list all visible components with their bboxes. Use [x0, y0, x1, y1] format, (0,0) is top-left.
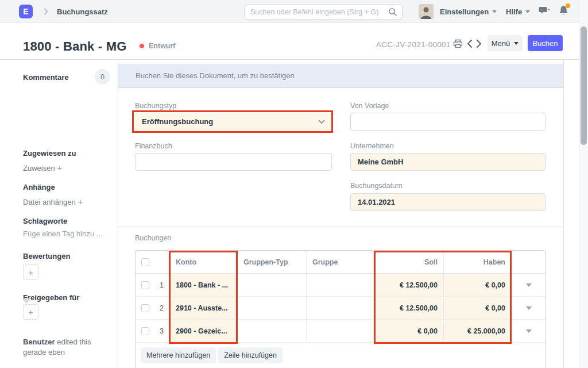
chevron-down-icon	[514, 42, 519, 45]
form-sidebar: Kommentare 0 Zugewiesen zu Zuweisen + An…	[0, 60, 118, 368]
cell-haben[interactable]: € 0,00	[444, 297, 512, 320]
finanzbuch-label: Finanzbuch	[135, 142, 172, 150]
cell-gruppen-typ[interactable]	[238, 274, 307, 297]
scrollbar-thumb[interactable]	[581, 26, 587, 145]
add-row-button[interactable]: Zeile hinzufügen	[218, 347, 283, 363]
row-index: 1	[160, 281, 164, 289]
cell-soll[interactable]: € 12.500,00	[375, 274, 444, 297]
row-expand-caret-icon[interactable]	[526, 283, 532, 287]
status-indicator: Entwurf	[140, 42, 176, 50]
cell-gruppen-typ[interactable]	[238, 320, 307, 343]
next-doc-icon[interactable]	[475, 39, 482, 48]
row-checkbox[interactable]	[141, 327, 149, 335]
user-avatar[interactable]	[419, 4, 434, 19]
unternehmen-field[interactable]: Meine GmbH	[350, 153, 546, 171]
cell-gruppe[interactable]	[307, 297, 375, 320]
buchungsdatum-value: 14.01.2021	[358, 198, 395, 206]
submit-button[interactable]: Buchen	[528, 35, 563, 51]
prev-doc-icon[interactable]	[466, 39, 473, 48]
breadcrumb[interactable]: Buchungssatz	[57, 7, 108, 16]
row-expand-caret-icon[interactable]	[526, 306, 532, 310]
comments-section: Kommentare 0	[23, 73, 68, 82]
row-checkbox[interactable]	[141, 281, 149, 289]
table-row: 3 2900 - Gezeic... € 0,00 € 25.000,00	[136, 320, 545, 343]
add-multiple-button[interactable]: Mehrere hinzufügen	[141, 347, 216, 363]
tags-heading: Schlagworte	[23, 217, 67, 225]
page-header: 1800 - Bank - MG Entwurf ACC-JV-2021-000…	[0, 23, 579, 60]
cell-soll[interactable]: € 0,00	[375, 320, 444, 343]
row-checkbox[interactable]	[141, 304, 149, 312]
unternehmen-label: Unternehmen	[350, 142, 394, 150]
accounts-grid: Konto Gruppen-Typ Gruppe Soll Haben 1 18…	[135, 250, 546, 368]
shared-with-heading: Freigegeben für	[23, 293, 79, 302]
form-body: Buchen Sie dieses Dokument, um zu bestät…	[118, 60, 564, 368]
section-divider	[118, 227, 564, 227]
grid-footer: Mehrere hinzufügen Zeile hinzufügen	[136, 343, 545, 368]
attach-file-button[interactable]: Datei anhängen +	[23, 197, 83, 206]
cell-gruppe[interactable]	[307, 274, 375, 297]
cell-soll[interactable]: € 12.500,00	[375, 297, 444, 320]
finanzbuch-input[interactable]	[135, 153, 332, 171]
buchungstyp-value: Eröffnungsbuchung	[142, 117, 213, 126]
help-label: Hilfe	[506, 7, 522, 16]
grid-header-row: Konto Gruppen-Typ Gruppe Soll Haben	[136, 251, 545, 274]
row-expand-caret-icon[interactable]	[526, 329, 532, 333]
app-logo[interactable]: E	[19, 5, 33, 18]
col-header-haben[interactable]: Haben	[444, 251, 512, 274]
comments-label[interactable]: Kommentare	[23, 73, 68, 82]
row-index: 3	[160, 327, 164, 335]
select-all-checkbox[interactable]	[141, 258, 149, 266]
cell-gruppen-typ[interactable]	[238, 297, 307, 320]
print-icon[interactable]	[453, 39, 463, 48]
cell-haben[interactable]: € 0,00	[444, 274, 512, 297]
table-row: 2 2910 - Ausste... € 12.500,00 € 0,00	[136, 297, 545, 320]
navbar: E Buchungssatz Einstellungen Hilfe	[0, 0, 588, 23]
assign-label: Zuweisen	[23, 164, 55, 172]
attach-file-label: Datei anhängen	[23, 198, 76, 206]
buchungstyp-label: Buchungstyp	[135, 102, 176, 110]
activity-action: edited this	[57, 338, 91, 346]
submit-banner: Buchen Sie dieses Dokument, um zu bestät…	[118, 64, 563, 88]
document-id: ACC-JV-2021-00001	[376, 40, 451, 49]
unternehmen-value: Meine GmbH	[358, 158, 403, 166]
settings-menu[interactable]: Einstellungen	[440, 7, 497, 16]
col-header-konto[interactable]: Konto	[170, 251, 238, 274]
buchungsdatum-field[interactable]: 14.01.2021	[350, 193, 546, 211]
von-vorlage-input[interactable]	[350, 113, 546, 131]
von-vorlage-label: Von Vorlage	[350, 102, 389, 110]
cell-konto[interactable]: 2900 - Gezeic...	[170, 320, 238, 343]
cell-konto[interactable]: 1800 - Bank - ...	[170, 274, 238, 297]
row-index: 2	[160, 304, 164, 312]
cell-haben[interactable]: € 25.000,00	[444, 320, 512, 343]
cell-konto[interactable]: 2910 - Ausste...	[170, 297, 238, 320]
reviews-heading: Bewertungen	[23, 252, 70, 260]
page-title: 1800 - Bank - MG	[23, 39, 126, 54]
menu-button-label: Menü	[492, 39, 510, 48]
search-icon[interactable]	[388, 7, 397, 17]
page-scrollbar[interactable]	[579, 0, 588, 368]
add-review-button[interactable]: +	[23, 264, 38, 280]
col-header-gruppen-typ[interactable]: Gruppen-Typ	[238, 251, 307, 274]
buchungstyp-select[interactable]: Eröffnungsbuchung	[135, 113, 332, 131]
assigned-to-heading: Zugewiesen zu	[23, 149, 76, 158]
assign-button[interactable]: Zuweisen +	[23, 163, 62, 172]
status-badge: Entwurf	[149, 42, 176, 50]
like-heart-icon[interactable]: ♥	[23, 294, 29, 307]
status-dot-icon	[140, 44, 144, 48]
attachments-heading: Anhänge	[23, 183, 55, 191]
comments-count-badge: 0	[95, 69, 110, 85]
notifications-bell[interactable]	[559, 5, 568, 16]
cell-gruppe[interactable]	[307, 320, 375, 343]
global-search	[244, 4, 403, 20]
settings-label: Einstellungen	[440, 7, 489, 16]
notification-dot	[566, 3, 570, 8]
chevron-down-icon	[492, 10, 497, 13]
menu-button[interactable]: Menü	[488, 35, 523, 51]
help-menu[interactable]: Hilfe	[506, 7, 530, 16]
add-tag-input[interactable]: Füge einen Tag hinzu ...	[23, 229, 103, 238]
search-input[interactable]	[245, 5, 402, 19]
col-header-soll[interactable]: Soll	[375, 251, 444, 274]
plus-icon: +	[78, 197, 83, 206]
col-header-gruppe[interactable]: Gruppe	[307, 251, 375, 274]
chat-icon[interactable]	[539, 6, 550, 16]
